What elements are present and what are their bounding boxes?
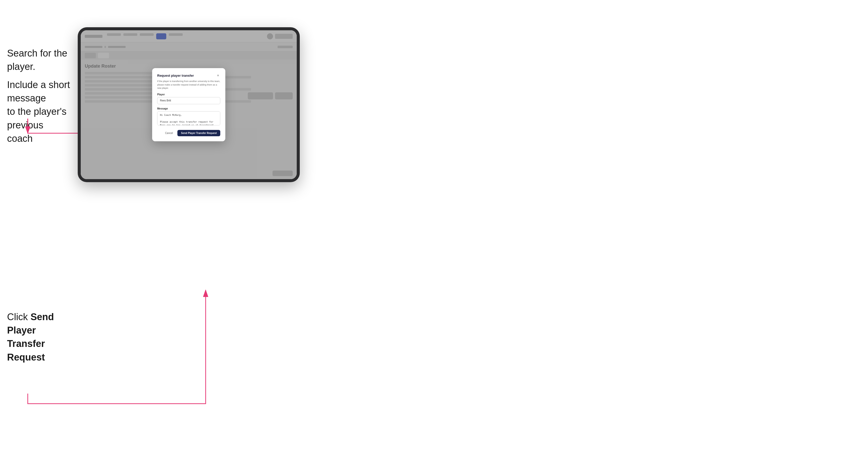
modal-overlay: Request player transfer × If the player …	[81, 30, 297, 179]
ipad-frame: Update Roster Request player transfer	[78, 27, 300, 182]
modal-description: If the player is transferring from anoth…	[157, 80, 220, 90]
modal-header: Request player transfer ×	[157, 73, 220, 78]
message-field-label: Message	[157, 107, 220, 110]
send-player-transfer-request-button[interactable]: Send Player Transfer Request	[177, 130, 220, 136]
cancel-button[interactable]: Cancel	[162, 130, 175, 136]
modal-close-button[interactable]: ×	[216, 73, 220, 78]
modal-footer: Cancel Send Player Transfer Request	[157, 130, 220, 136]
annotation-search: Search for the player.	[7, 47, 75, 73]
message-textarea[interactable]: Hi Coach McHarg, Please accept this tran…	[157, 111, 220, 125]
annotation-click: Click Send Player Transfer Request	[7, 310, 75, 364]
player-field-label: Player	[157, 93, 220, 96]
player-input[interactable]	[157, 97, 220, 104]
request-player-transfer-modal: Request player transfer × If the player …	[152, 68, 225, 141]
ipad-screen: Update Roster Request player transfer	[81, 30, 297, 179]
modal-title: Request player transfer	[157, 74, 194, 77]
annotation-message: Include a short messageto the player's p…	[7, 78, 75, 145]
